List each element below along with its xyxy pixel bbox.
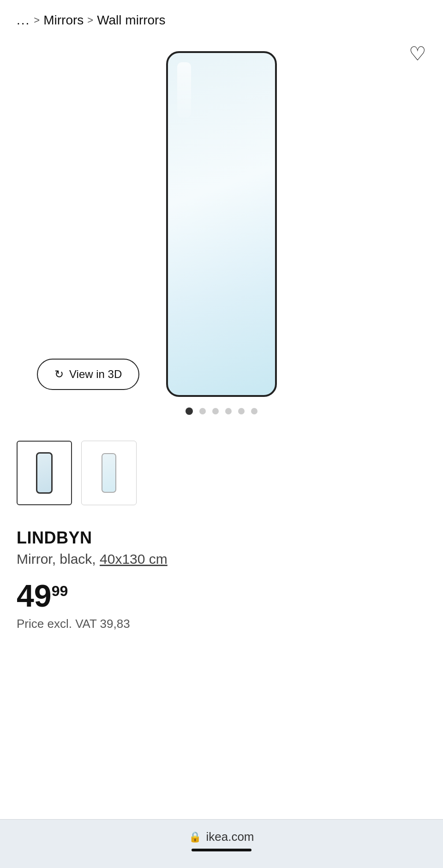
product-name: LINDBYN: [17, 528, 426, 548]
carousel-dot-3[interactable]: [212, 408, 219, 414]
breadcrumb-separator-2: >: [87, 14, 93, 26]
price-row: 49 99: [17, 580, 426, 611]
carousel-dot-2[interactable]: [199, 408, 206, 414]
carousel-dot-5[interactable]: [238, 408, 245, 414]
product-image-area: ♡ ↻ View in 3D: [0, 35, 443, 431]
footer-url: 🔒 ikea.com: [0, 830, 443, 844]
wishlist-button[interactable]: ♡: [409, 44, 426, 64]
breadcrumb: ... > Mirrors > Wall mirrors: [0, 0, 443, 35]
breadcrumb-separator-1: >: [34, 14, 40, 26]
footer-url-text: ikea.com: [206, 830, 254, 844]
carousel-dots: [186, 407, 257, 415]
lock-icon: 🔒: [189, 831, 201, 843]
thumbnail-1[interactable]: [17, 441, 72, 505]
product-info: LINDBYN Mirror, black, 40x130 cm 49 99 P…: [0, 519, 443, 636]
thumb-mirror-light-icon: [102, 453, 116, 493]
breadcrumb-ellipsis[interactable]: ...: [17, 13, 30, 28]
mirror-illustration: [166, 51, 277, 397]
breadcrumb-mirrors[interactable]: Mirrors: [43, 13, 84, 28]
thumbnail-2[interactable]: [81, 441, 137, 505]
home-indicator[interactable]: [192, 849, 251, 851]
price-cents: 99: [52, 584, 68, 598]
view-in-3d-button[interactable]: ↻ View in 3D: [37, 359, 139, 390]
footer-bar: 🔒 ikea.com: [0, 819, 443, 868]
product-description-text: Mirror, black,: [17, 551, 96, 567]
carousel-dot-1[interactable]: [186, 407, 193, 415]
thumbnails-row: [0, 431, 443, 519]
breadcrumb-wall-mirrors[interactable]: Wall mirrors: [97, 13, 165, 28]
product-description: Mirror, black, 40x130 cm: [17, 551, 426, 567]
carousel-dot-4[interactable]: [225, 408, 232, 414]
product-dimensions-link[interactable]: 40x130 cm: [100, 551, 168, 567]
view-in-3d-label: View in 3D: [69, 368, 122, 381]
heart-icon: ♡: [409, 43, 426, 65]
carousel-dot-6[interactable]: [251, 408, 257, 414]
price-main: 49: [17, 580, 52, 611]
thumb-mirror-dark-icon: [36, 452, 53, 494]
product-image: [166, 51, 277, 397]
rotate-icon: ↻: [54, 368, 64, 381]
price-vat: Price excl. VAT 39,83: [17, 617, 426, 631]
